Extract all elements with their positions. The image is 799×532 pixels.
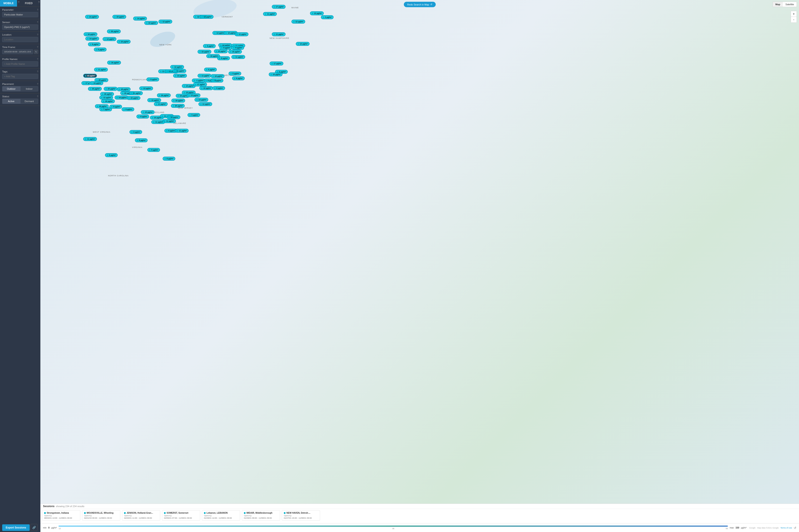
status-help-icon[interactable]: ? [37, 95, 38, 98]
sensor-marker[interactable]: 5 µg/m³ [228, 72, 241, 76]
timeframe-input[interactable] [2, 49, 33, 54]
sensor-marker[interactable]: 8 µg/m³ [135, 138, 148, 142]
sensor-marker[interactable]: 14 µg/m³ [103, 37, 116, 41]
sensor-marker[interactable]: 6 µg/m³ [212, 86, 225, 90]
sensor-marker[interactable]: 11 µg/m³ [172, 69, 186, 73]
sensor-marker[interactable]: 11 µg/m³ [263, 12, 277, 16]
sensor-marker[interactable]: 6 µg/m³ [94, 48, 107, 52]
sensor-marker[interactable]: 11 µg/m³ [235, 32, 248, 36]
sensor-marker[interactable]: 43 µg/m³ [83, 74, 97, 78]
sensor-marker[interactable]: 9 µg/m³ [203, 44, 216, 48]
sensor-marker[interactable]: 11 µg/m³ [198, 74, 211, 78]
sensor-marker[interactable]: 9 µg/m³ [147, 77, 159, 81]
sensor-marker[interactable]: 24 µg/m³ [90, 81, 103, 85]
sensor-marker[interactable]: 10 µg/m³ [167, 115, 180, 119]
sensor-marker[interactable]: 15 µg/m³ [228, 50, 242, 54]
sensor-marker[interactable]: 17 µg/m³ [270, 61, 283, 65]
sensor-help-icon[interactable]: ? [37, 21, 38, 23]
sensor-marker[interactable]: 11 µg/m³ [83, 137, 97, 141]
sensor-marker[interactable]: 25 µg/m³ [88, 87, 102, 91]
sensor-marker[interactable]: 17 µg/m³ [272, 5, 285, 9]
tags-help-icon[interactable]: ? [37, 71, 38, 73]
sensor-marker[interactable]: 11 µg/m³ [151, 120, 165, 124]
sensor-marker[interactable]: 8 µg/m³ [136, 115, 149, 118]
sensor-marker[interactable]: 35 µg/m³ [107, 30, 121, 33]
sensor-marker[interactable]: 8 µg/m³ [217, 56, 230, 60]
sensor-marker[interactable]: 16 µg/m³ [83, 32, 97, 36]
sensor-marker[interactable]: 11 µg/m³ [272, 32, 285, 36]
sensor-marker[interactable]: 11 µg/m³ [94, 68, 108, 72]
sensor-marker[interactable]: 10 µg/m³ [211, 74, 224, 78]
sensor-marker[interactable]: 11 µg/m³ [199, 102, 212, 106]
sensor-marker[interactable]: 16 µg/m³ [107, 61, 121, 64]
sensor-marker[interactable]: 15 µg/m³ [269, 73, 282, 76]
sensor-marker[interactable]: 10 µg/m³ [147, 98, 161, 102]
active-btn[interactable]: Active [2, 99, 20, 104]
sensor-marker[interactable]: 14 µg/m³ [85, 37, 99, 41]
tab-fixed[interactable]: FIXED [20, 0, 37, 6]
profile-help-icon[interactable]: ? [37, 58, 38, 60]
outdoor-btn[interactable]: Outdoor [2, 86, 20, 91]
sensor-marker[interactable]: 6 µg/m³ [129, 130, 142, 134]
sensor-marker[interactable]: 9 µg/m³ [88, 42, 101, 46]
parameter-help-icon[interactable]: ? [37, 9, 38, 11]
dormant-btn[interactable]: Dormant [20, 99, 38, 104]
sensor-marker[interactable]: 13 µg/m³ [173, 74, 187, 78]
location-input[interactable] [2, 37, 38, 42]
sensor-marker[interactable]: 14 µg/m³ [115, 96, 128, 99]
sensor-marker[interactable]: 0 µg/m³ [204, 68, 217, 72]
sensor-marker[interactable]: 18 µg/m³ [117, 87, 131, 91]
sensor-marker[interactable]: 9 µg/m³ [147, 148, 160, 152]
sensor-marker[interactable]: 6 µg/m³ [105, 153, 118, 157]
sensor-marker[interactable]: 12 µg/m³ [99, 96, 113, 99]
sensor-marker[interactable]: 13 µg/m³ [214, 49, 228, 53]
timeframe-help-icon[interactable]: ? [37, 46, 38, 49]
sensor-marker[interactable]: 8 µg/m³ [219, 46, 232, 50]
fixed-help-icon[interactable]: ? [37, 0, 40, 6]
sensor-marker[interactable]: 13 µg/m³ [139, 87, 153, 90]
mobile-help-icon[interactable]: ? [17, 0, 20, 6]
sensor-marker[interactable]: 12 µg/m³ [170, 65, 184, 69]
sensor-marker[interactable]: 16 µg/m³ [157, 93, 171, 97]
sensor-marker[interactable]: 16 µg/m³ [101, 99, 115, 103]
sensor-marker[interactable]: 6 µg/m³ [232, 76, 245, 80]
sensor-marker[interactable]: 12 µg/m³ [200, 15, 213, 19]
indoor-btn[interactable]: Indoor [20, 86, 38, 91]
parameter-input[interactable] [2, 12, 38, 17]
sensor-marker[interactable]: 10 µg/m³ [117, 40, 131, 44]
placement-help-icon[interactable]: ? [37, 83, 38, 85]
sensor-marker[interactable]: 20 µg/m³ [171, 104, 185, 108]
sensor-marker[interactable]: 5 µg/m³ [187, 113, 200, 117]
map-container[interactable]: Redo Search in Map ↺ Map Satellite + - N… [40, 0, 298, 198]
add-profile-input[interactable] [2, 61, 38, 66]
sensor-marker[interactable]: 19 µg/m³ [112, 15, 126, 19]
sensor-marker[interactable]: 11 µg/m³ [154, 102, 168, 106]
sensor-marker[interactable]: 11 µg/m³ [175, 129, 189, 133]
map-background[interactable]: Redo Search in Map ↺ Map Satellite + - N… [40, 0, 298, 198]
sensor-marker[interactable]: 14 µg/m³ [194, 98, 208, 102]
sensor-marker[interactable]: 21 µg/m³ [129, 91, 143, 95]
sensor-marker[interactable]: 22 µg/m³ [198, 50, 211, 54]
timeframe-refresh-btn[interactable]: ↻ [34, 50, 38, 54]
add-tag-input[interactable] [2, 74, 38, 79]
sensor-marker[interactable]: 10 µg/m³ [144, 21, 158, 25]
sensor-marker[interactable]: -1 µg/m³ [192, 79, 205, 82]
sensor-marker[interactable]: 13 µg/m³ [187, 93, 200, 97]
sensor-marker[interactable]: 9 µg/m³ [211, 79, 223, 82]
sensor-marker[interactable]: 13 µg/m³ [141, 110, 154, 114]
sensor-marker[interactable]: 12 µg/m³ [292, 20, 298, 23]
sensor-marker[interactable]: 11 µg/m³ [231, 55, 245, 59]
sensor-marker[interactable]: 12 µg/m³ [159, 20, 172, 23]
sensor-marker[interactable]: 22 µg/m³ [127, 96, 141, 100]
sensor-marker[interactable]: 14 µg/m³ [85, 15, 99, 19]
sensor-marker[interactable]: 16 µg/m³ [171, 99, 185, 102]
sensor-marker[interactable]: 6 µg/m³ [122, 107, 134, 111]
sensor-marker[interactable]: 12 µg/m³ [296, 42, 298, 46]
sensor-marker[interactable]: 10 µg/m³ [199, 86, 213, 90]
sensor-marker[interactable]: 20 µg/m³ [104, 87, 117, 91]
sensor-input[interactable] [2, 24, 38, 30]
sensor-marker[interactable]: 8 µg/m³ [163, 157, 175, 160]
sensor-marker[interactable]: 9 µg/m³ [109, 105, 122, 109]
location-help-icon[interactable]: ? [37, 34, 38, 36]
sensor-marker[interactable]: 14 µg/m³ [133, 17, 147, 20]
